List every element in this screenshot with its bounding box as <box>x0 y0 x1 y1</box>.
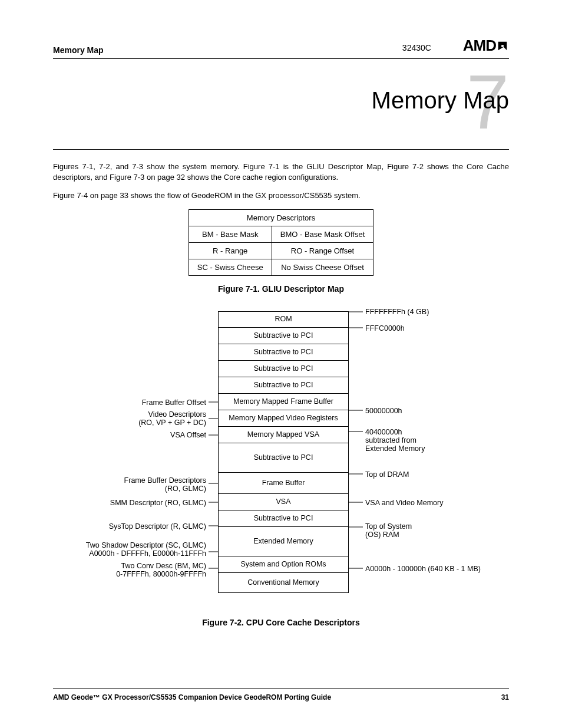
intro-paragraph-1: Figures 7-1, 7-2, and 7-3 show the syste… <box>53 162 509 182</box>
left-label: Frame Buffer Offset <box>53 398 206 407</box>
page: Memory Map 32430C AMD 7 Memory Map Figur… <box>0 0 562 728</box>
cell: SC - Swiss Cheese <box>189 259 272 275</box>
figure-7-1-caption: Figure 7-1. GLIU Descriptor Map <box>53 284 509 294</box>
left-label: Video Descriptors(RO, VP + GP + DC) <box>53 410 206 427</box>
memory-descriptors-table: Memory Descriptors BM - Base Mask BMO - … <box>189 209 374 276</box>
mem-box: VSA <box>218 494 349 510</box>
left-label: Two Shadow Descriptor (SC, GLMC)A0000h -… <box>53 541 206 558</box>
right-label: 40400000h subtracted from Extended Memor… <box>365 428 425 453</box>
cell: BM - Base Mask <box>189 226 272 242</box>
right-label: 50000000h <box>365 407 402 415</box>
left-label: Frame Buffer Descriptors(RO, GLMC) <box>53 476 206 493</box>
mem-box: Extended Memory <box>218 527 349 556</box>
footer-page-number: 31 <box>501 693 509 701</box>
left-label: SMM Descriptor (RO, GLMC) <box>53 499 206 507</box>
mem-box: Conventional Memory <box>218 573 349 593</box>
page-header: Memory Map 32430C AMD <box>53 37 509 59</box>
mem-box: Frame Buffer <box>218 473 349 494</box>
mem-box: Subtractive to PCI <box>218 443 349 473</box>
cell: BMO - Base Mask Offset <box>272 226 373 242</box>
page-footer: AMD Geode™ GX Processor/CS5535 Companion… <box>53 688 509 701</box>
md-table-title: Memory Descriptors <box>189 209 373 226</box>
chapter-title-text: Memory Map <box>372 87 509 113</box>
right-label: Top of System(OS) RAM <box>365 522 412 539</box>
brand-logo: AMD <box>463 37 509 54</box>
left-label: VSA Offset <box>53 431 206 439</box>
figure-7-2-caption: Figure 7-2. CPU Core Cache Descriptors <box>53 618 509 627</box>
chapter-heading: 7 Memory Map <box>53 87 509 114</box>
footer-title: AMD Geode™ GX Processor/CS5535 Companion… <box>53 693 331 701</box>
mem-box: Subtractive to PCI <box>218 361 349 377</box>
right-label: A0000h - 100000h (640 KB - 1 MB) <box>365 565 481 573</box>
mem-box: Subtractive to PCI <box>218 344 349 361</box>
cell: No Swiss Cheese Offset <box>272 259 373 275</box>
table-row: SC - Swiss Cheese No Swiss Cheese Offset <box>189 259 373 275</box>
mem-box: Memory Mapped Video Registers <box>218 410 349 427</box>
table-row: BM - Base Mask BMO - Base Mask Offset <box>189 226 373 242</box>
mem-box: ROM <box>218 311 349 328</box>
left-label: Two Conv Desc (BM, MC)0-7FFFFh, 80000h-9… <box>53 562 206 578</box>
right-label: FFFFFFFFh (4 GB) <box>365 308 429 316</box>
left-label: SysTop Descriptor (R, GLMC) <box>53 522 206 531</box>
mem-box: Subtractive to PCI <box>218 510 349 527</box>
right-label: Top of DRAM <box>365 470 409 479</box>
mem-box: Memory Mapped VSA <box>218 427 349 443</box>
right-label: FFFC0000h <box>365 324 405 332</box>
table-row: R - Range RO - Range Offset <box>189 242 373 259</box>
mem-box: Memory Mapped Frame Buffer <box>218 394 349 410</box>
divider <box>53 149 509 150</box>
header-docnum: 32430C <box>402 43 431 52</box>
diagram-center-column: ROM Subtractive to PCI Subtractive to PC… <box>218 311 349 593</box>
mem-box: System and Option ROMs <box>218 556 349 573</box>
header-right-group: 32430C AMD <box>402 37 509 55</box>
right-label: VSA and Video Memory <box>365 499 443 507</box>
cell: RO - Range Offset <box>272 242 373 259</box>
intro-paragraph-2: Figure 7-4 on page 33 shows the flow of … <box>53 190 509 201</box>
mem-box: Subtractive to PCI <box>218 328 349 344</box>
mem-box: Subtractive to PCI <box>218 377 349 394</box>
memory-map-diagram: ROM Subtractive to PCI Subtractive to PC… <box>53 311 513 606</box>
header-section-title: Memory Map <box>53 45 104 55</box>
cell: R - Range <box>189 242 272 259</box>
